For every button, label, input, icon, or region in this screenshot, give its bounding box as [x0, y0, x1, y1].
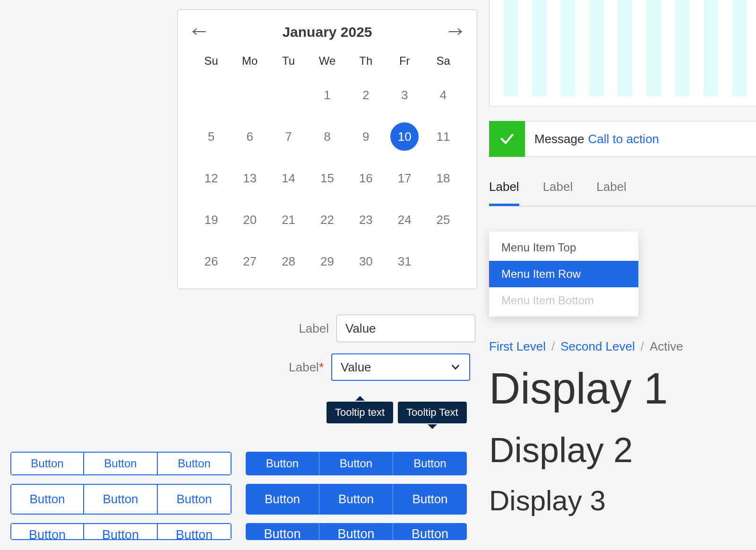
- calendar-day[interactable]: 19: [197, 206, 225, 234]
- stripe: [704, 0, 718, 96]
- calendar-day[interactable]: 4: [429, 81, 457, 109]
- arrow-right-icon: [448, 26, 463, 37]
- calendar-day[interactable]: 29: [313, 247, 341, 275]
- segment-button[interactable]: Button: [393, 523, 467, 540]
- calendar-day[interactable]: 26: [197, 247, 225, 275]
- calendar-day[interactable]: 8: [313, 122, 341, 151]
- check-icon: [489, 121, 525, 157]
- alert-message: Message: [534, 132, 584, 146]
- breadcrumb-link[interactable]: Second Level: [560, 339, 635, 354]
- calendar-day[interactable]: 18: [429, 164, 457, 192]
- segment-button[interactable]: Button: [84, 484, 158, 515]
- calendar-day[interactable]: 31: [390, 247, 419, 275]
- stripe: [732, 0, 747, 96]
- stripe: [646, 0, 661, 96]
- calendar-day[interactable]: 14: [275, 164, 303, 192]
- segment-button[interactable]: Button: [319, 484, 393, 515]
- tooltip: Tooltip Text: [398, 402, 467, 423]
- text-input[interactable]: Value: [336, 315, 475, 342]
- stripe: [618, 0, 632, 96]
- calendar-day[interactable]: 6: [236, 122, 264, 151]
- stripe: [589, 0, 603, 96]
- breadcrumb-link[interactable]: First Level: [489, 339, 546, 354]
- calendar-day[interactable]: 13: [236, 164, 264, 192]
- breadcrumb: First Level / Second Level / Active: [489, 339, 683, 354]
- calendar-day[interactable]: 25: [429, 206, 457, 234]
- button-group-filled-md: Button Button Button: [246, 484, 467, 515]
- select-value: Value: [341, 360, 371, 375]
- calendar-day[interactable]: 1: [313, 81, 341, 109]
- segment-button[interactable]: Button: [84, 452, 158, 475]
- segment-button[interactable]: Button: [158, 484, 232, 515]
- button-group-filled-lg: Button Button Button: [246, 523, 467, 540]
- calendar-day[interactable]: 12: [197, 164, 225, 192]
- column-preview-panel: [489, 0, 756, 106]
- segment-button[interactable]: Button: [319, 452, 393, 475]
- calendar-day[interactable]: 5: [197, 122, 225, 151]
- menu-item-bottom: Menu Item Bottom: [489, 287, 638, 314]
- segment-button[interactable]: Button: [10, 523, 84, 540]
- field-label: Label*: [281, 360, 324, 375]
- segment-button[interactable]: Button: [393, 452, 467, 475]
- calendar-day[interactable]: 30: [352, 247, 380, 275]
- dropdown-menu: Menu Item Top Menu Item Row Menu Item Bo…: [489, 232, 638, 317]
- calendar-day[interactable]: 21: [275, 206, 303, 234]
- segment-button[interactable]: Button: [319, 523, 393, 540]
- button-group-filled-sm: Button Button Button: [246, 452, 467, 475]
- calendar-day[interactable]: 20: [236, 206, 264, 234]
- success-alert: Message Call to action: [489, 121, 756, 157]
- select-input[interactable]: Value: [331, 353, 470, 381]
- calendar-day[interactable]: 28: [275, 247, 303, 275]
- tab-item[interactable]: Label: [489, 180, 519, 206]
- calendar-day[interactable]: 27: [236, 247, 264, 275]
- calendar-day[interactable]: 7: [275, 122, 303, 151]
- segment-button[interactable]: Button: [84, 523, 158, 540]
- calendar-dow: Tu: [282, 54, 295, 68]
- calendar-title: January 2025: [282, 24, 372, 40]
- calendar-dow: Su: [204, 54, 218, 68]
- calendar-grid: SuMoTuWeThFrSa12345678910111213141516171…: [192, 54, 463, 275]
- calendar-day[interactable]: 3: [390, 81, 419, 109]
- segment-button[interactable]: Button: [246, 523, 319, 540]
- calendar-day[interactable]: 17: [390, 164, 419, 192]
- calendar-day[interactable]: 22: [313, 206, 341, 234]
- calendar-day[interactable]: 16: [352, 164, 380, 192]
- segment-button[interactable]: Button: [246, 452, 319, 475]
- tab-item[interactable]: Label: [596, 180, 627, 206]
- segment-button[interactable]: Button: [393, 484, 467, 515]
- breadcrumb-separator: /: [641, 339, 644, 354]
- calendar-day[interactable]: 11: [429, 122, 457, 151]
- alert-cta-link[interactable]: Call to action: [588, 132, 659, 146]
- tab-bar: Label Label Label: [489, 180, 756, 206]
- button-group-outline-sm: Button Button Button: [10, 452, 232, 475]
- segment-button[interactable]: Button: [10, 452, 84, 475]
- calendar-day[interactable]: 10: [390, 122, 419, 151]
- calendar-day[interactable]: 15: [313, 164, 341, 192]
- calendar-day[interactable]: 24: [390, 206, 419, 234]
- field-label: Label: [286, 321, 329, 336]
- calendar-dow: Th: [359, 54, 372, 68]
- menu-item-row[interactable]: Menu Item Row: [489, 261, 638, 287]
- button-group-outline-lg: Button Button Button: [10, 523, 232, 540]
- stripe: [504, 0, 518, 96]
- segment-button[interactable]: Button: [10, 484, 84, 515]
- segment-button[interactable]: Button: [158, 452, 232, 475]
- calendar-dow: Fr: [399, 54, 410, 68]
- chevron-down-icon: [450, 362, 461, 372]
- calendar-dow: Sa: [436, 54, 450, 68]
- calendar-day[interactable]: 2: [352, 81, 380, 109]
- arrow-left-icon: [192, 26, 206, 37]
- breadcrumb-separator: /: [551, 339, 555, 354]
- segment-button[interactable]: Button: [246, 484, 319, 515]
- menu-item-top[interactable]: Menu Item Top: [489, 234, 638, 261]
- calendar-next-button[interactable]: [448, 25, 463, 39]
- calendar-dow: We: [319, 54, 336, 68]
- breadcrumb-active: Active: [650, 339, 683, 354]
- calendar-day[interactable]: 9: [352, 122, 380, 151]
- display-2-heading: Display 2: [489, 430, 633, 470]
- calendar-day[interactable]: 23: [352, 206, 380, 234]
- stripe: [675, 0, 689, 96]
- calendar-prev-button[interactable]: [192, 25, 206, 39]
- tab-item[interactable]: Label: [543, 180, 573, 206]
- segment-button[interactable]: Button: [158, 523, 232, 540]
